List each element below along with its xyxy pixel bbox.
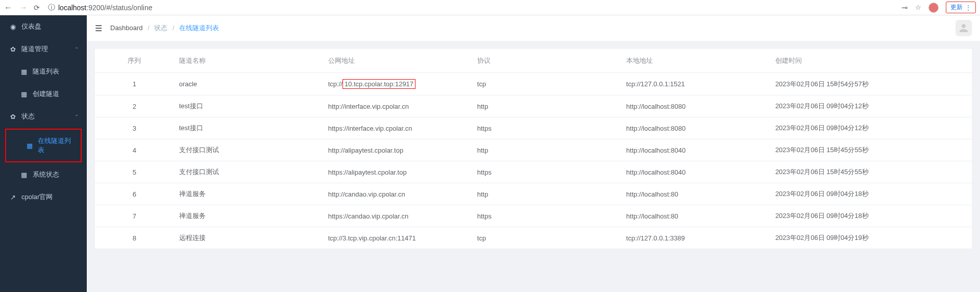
tunnel-mgmt-icon: ✿ [9,45,16,53]
cell-name: 支付接口测试 [174,139,323,161]
cell-protocol: https [472,117,621,139]
hamburger-icon[interactable]: ☰ [95,23,102,33]
table-row[interactable]: 2test接口http://interface.vip.cpolar.cnhtt… [95,95,972,117]
sidebar-item-system-status[interactable]: ▦ 系统状态 [0,163,87,186]
update-button[interactable]: 更新 ⋮ [946,2,976,13]
cell-created-time: 2023年02月06日 09时04分18秒 [770,205,972,227]
table-row[interactable]: 5支付接口测试https://alipaytest.cpolar.tophttp… [95,161,972,183]
cell-seq: 4 [95,139,174,161]
sidebar-item-label: 隧道列表 [33,67,59,76]
user-avatar[interactable] [955,20,972,36]
star-icon[interactable]: ☆ [915,4,921,11]
sidebar-item-label: 隧道管理 [21,44,48,54]
table-row[interactable]: 3test接口https://interface.vip.cpolar.cnht… [95,117,972,139]
cell-protocol: http [472,183,621,205]
cell-protocol: tcp [472,73,621,95]
sidebar-item-label: 创建隧道 [33,89,59,99]
menu-dots-icon: ⋮ [964,4,971,11]
sidebar-item-status[interactable]: ✿ 状态 ⌃ [0,105,87,128]
chevron-down-icon: ⌃ [75,46,79,52]
cell-public-url: http://candao.vip.cpolar.cn [323,183,472,205]
cell-public-url: http://interface.vip.cpolar.cn [323,95,472,117]
cell-seq: 8 [95,227,174,249]
table-row[interactable]: 6禅道服务http://candao.vip.cpolar.cnhttphttp… [95,183,972,205]
cell-public-url: https://alipaytest.cpolar.top [323,161,472,183]
forward-button[interactable]: → [19,3,28,12]
cell-seq: 1 [95,73,174,95]
cell-public-url: tcp://10.tcp.cpolar.top:12917 [323,73,472,95]
url-bar[interactable]: ⓘ localhost:9200/#/status/online [48,3,897,12]
col-header-local: 本地地址 [621,49,770,73]
cell-local-url: http://localhost:80 [621,183,770,205]
status-icon: ✿ [9,113,16,120]
browser-toolbar: ← → ⟳ ⓘ localhost:9200/#/status/online ⊸… [0,0,980,15]
back-button[interactable]: ← [4,3,12,12]
cell-seq: 5 [95,161,174,183]
table-row[interactable]: 1oracletcp://10.tcp.cpolar.top:12917tcpt… [95,73,972,95]
breadcrumb-dashboard[interactable]: Dashboard [110,24,143,32]
table-header-row: 序列 隧道名称 公网地址 协议 本地地址 创建时间 [95,49,972,73]
cell-name: 禅道服务 [174,205,323,227]
table-row[interactable]: 4支付接口测试http://alipaytest.cpolar.tophttph… [95,139,972,161]
breadcrumb-current: 在线隧道列表 [179,24,219,32]
table-row[interactable]: 8远程连接tcp://3.tcp.vip.cpolar.cn:11471tcpt… [95,227,972,249]
sidebar-item-tunnel-list[interactable]: ▦ 隧道列表 [0,60,87,83]
breadcrumb-state[interactable]: 状态 [154,24,167,32]
cell-seq: 7 [95,205,174,227]
topbar: ☰ Dashboard / 状态 / 在线隧道列表 [87,15,980,41]
cell-public-url: tcp://3.tcp.vip.cpolar.cn:11471 [323,227,472,249]
cell-local-url: http://localhost:8040 [621,161,770,183]
cell-local-url: tcp://127.0.0.1:1521 [621,73,770,95]
cell-protocol: http [472,95,621,117]
col-header-time: 创建时间 [770,49,972,73]
cell-local-url: http://localhost:80 [621,205,770,227]
browser-avatar[interactable] [928,3,939,13]
highlight-box: ▦ 在线隧道列表 [5,129,82,162]
sidebar-item-label: cpolar官网 [21,192,53,202]
cell-created-time: 2023年02月06日 09时04分12秒 [770,117,972,139]
cell-name: test接口 [174,95,323,117]
col-header-name: 隧道名称 [174,49,323,73]
cell-protocol: https [472,161,621,183]
cell-protocol: https [472,205,621,227]
tunnel-table-panel: 序列 隧道名称 公网地址 协议 本地地址 创建时间 1oracletcp://1… [95,49,972,249]
cell-seq: 6 [95,183,174,205]
url-text: localhost:9200/#/status/online [58,4,152,12]
cell-created-time: 2023年02月06日 09时04分12秒 [770,95,972,117]
cell-public-url: https://interface.vip.cpolar.cn [323,117,472,139]
cell-seq: 3 [95,117,174,139]
cell-name: 支付接口测试 [174,161,323,183]
breadcrumb: Dashboard / 状态 / 在线隧道列表 [110,23,219,33]
sidebar-item-create-tunnel[interactable]: ▦ 创建隧道 [0,83,87,105]
cell-created-time: 2023年02月06日 15时45分55秒 [770,161,972,183]
info-icon: ⓘ [48,3,55,12]
cell-local-url: tcp://127.0.0.1:3389 [621,227,770,249]
cell-public-url: https://candao.vip.cpolar.cn [323,205,472,227]
sidebar-item-label: 系统状态 [33,170,59,179]
cell-name: 禅道服务 [174,183,323,205]
key-icon[interactable]: ⊸ [901,3,908,12]
sidebar-item-official-site[interactable]: ↗ cpolar官网 [0,186,87,208]
cell-local-url: http://localhost:8080 [621,95,770,117]
external-link-icon: ↗ [9,193,16,201]
grid-icon: ▦ [27,142,33,149]
grid-icon: ▦ [20,68,28,75]
grid-icon: ▦ [20,90,28,98]
sidebar-item-label: 仪表盘 [21,22,41,31]
reload-button[interactable]: ⟳ [34,4,40,12]
grid-icon: ▦ [20,171,28,178]
sidebar-item-dashboard[interactable]: ◉ 仪表盘 [0,15,87,38]
col-header-pub: 公网地址 [323,49,472,73]
sidebar-item-tunnel-mgmt[interactable]: ✿ 隧道管理 ⌃ [0,38,87,60]
highlight-box: 10.tcp.cpolar.top:12917 [342,79,415,89]
sidebar-item-online-tunnels[interactable]: ▦ 在线隧道列表 [6,130,81,161]
cell-public-url: http://alipaytest.cpolar.top [323,139,472,161]
cell-name: test接口 [174,117,323,139]
cell-seq: 2 [95,95,174,117]
col-header-seq: 序列 [95,49,174,73]
main-content: ☰ Dashboard / 状态 / 在线隧道列表 序列 隧道名称 [87,15,980,292]
table-row[interactable]: 7禅道服务https://candao.vip.cpolar.cnhttpsht… [95,205,972,227]
cell-local-url: http://localhost:8080 [621,117,770,139]
cell-created-time: 2023年02月06日 15时45分55秒 [770,139,972,161]
tunnel-table: 序列 隧道名称 公网地址 协议 本地地址 创建时间 1oracletcp://1… [95,49,972,249]
